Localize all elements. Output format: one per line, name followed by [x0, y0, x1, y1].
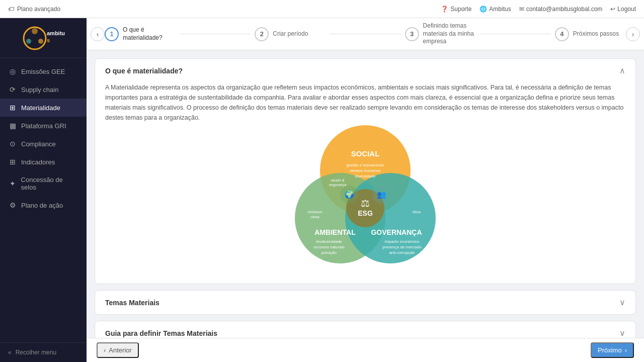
step-circle-2: 2 [255, 27, 269, 41]
temas-materiais-chevron: ∨ [619, 298, 625, 307]
sidebar-label-materialidade: Materialidade [21, 104, 60, 112]
emissoes-icon: ◎ [8, 67, 17, 75]
sidebar-label-compliance: Compliance [21, 140, 56, 148]
svg-text:direitos humanos: direitos humanos [350, 168, 381, 173]
materialidade-body-text: A Materialidade representa os aspectos d… [105, 82, 625, 123]
supply-icon: ⟳ [8, 85, 17, 94]
sidebar-item-compliance[interactable]: ⊙ Compliance [0, 135, 87, 153]
sidebar-item-plataforma[interactable]: ▦ Plataforma GRI [0, 117, 87, 135]
wizard-bar: ‹ 1 O que é materialidade? [87, 18, 644, 50]
logo-svg: ambitu s [21, 24, 66, 52]
guia-card: Guia para definir Temas Materiais ∨ [95, 321, 636, 338]
sidebar-label-plano: Plano de ação [21, 202, 63, 209]
wizard-step-4[interactable]: 4 Próximos passos [555, 27, 626, 41]
svg-text:🌍: 🌍 [345, 190, 354, 199]
svg-text:recursos naturais: recursos naturais [313, 245, 344, 249]
step-circle-4: 4 [555, 27, 569, 41]
step-connector-3 [480, 34, 551, 34]
step-label-1: O que é materialidade? [123, 26, 176, 42]
svg-text:clima: clima [310, 215, 319, 219]
sidebar-item-supply[interactable]: ⟳ Supply chain [0, 80, 87, 99]
sidebar-item-plano[interactable]: ⚙ Plano de ação [0, 196, 87, 214]
bottom-bar: ‹ Anterior Próximo › [87, 338, 644, 362]
guia-header[interactable]: Guia para definir Temas Materiais ∨ [95, 321, 635, 338]
step-connector-2 [330, 34, 400, 34]
sidebar-label-supply: Supply chain [21, 86, 58, 94]
compliance-icon: ⊙ [8, 140, 17, 148]
svg-text:anti-corrupção: anti-corrupção [389, 250, 415, 255]
step-circle-3: 3 [405, 27, 419, 41]
svg-text:presença de mercado: presença de mercado [382, 245, 422, 249]
wizard-step-2[interactable]: 2 Criar período [255, 27, 326, 41]
email-icon: ✉ [519, 6, 524, 13]
svg-text:diversidade: diversidade [355, 174, 376, 178]
venn-diagram-container: SOCIAL gestão e treinamento direitos hum… [105, 123, 625, 274]
step-circle-1: 1 [105, 27, 119, 41]
sidebar-label-emissoes: Emissões GEE [21, 68, 65, 75]
svg-text:ambitu: ambitu [47, 30, 65, 36]
sidebar-item-emissoes[interactable]: ◎ Emissões GEE [0, 62, 87, 80]
collapse-icon: « [8, 349, 12, 356]
plano-icon: ⚙ [8, 201, 17, 209]
ambitus-link[interactable]: 🌐 Ambitus [479, 6, 511, 13]
next-button[interactable]: Próximo › [591, 342, 634, 358]
content-area: ‹ 1 O que é materialidade? [87, 18, 644, 362]
materialidade-card-header[interactable]: O que é materialidade? ∧ [95, 59, 635, 82]
svg-text:gestão e treinamento: gestão e treinamento [346, 163, 384, 167]
svg-text:⚖: ⚖ [361, 198, 370, 209]
wizard-step-1[interactable]: 1 O que é materialidade? [105, 26, 176, 42]
next-label: Próximo [598, 346, 622, 354]
step-connector-1 [180, 34, 251, 34]
materialidade-card: O que é materialidade? ∧ A Materialidade… [95, 58, 636, 284]
guia-title: Guia para definir Temas Materiais [105, 329, 217, 337]
materialidade-icon: ⊞ [8, 104, 17, 112]
plataforma-icon: ▦ [8, 122, 17, 130]
prev-label: Anterior [109, 346, 132, 354]
wizard-next-btn[interactable]: › [626, 27, 640, 41]
svg-text:ESG: ESG [358, 209, 373, 217]
svg-text:GOVERNANÇA: GOVERNANÇA [371, 228, 422, 236]
collapse-menu[interactable]: « Recolher menu [0, 342, 87, 362]
sidebar: ambitu s ◎ Emissões GEE ⟳ Supply chain ⊞… [0, 18, 87, 362]
logout-icon: ↩ [610, 6, 615, 13]
svg-text:AMBIENTAL: AMBIENTAL [314, 228, 356, 236]
step-label-2: Criar período [273, 30, 308, 38]
materialidade-card-title: O que é materialidade? [105, 67, 183, 75]
svg-text:segurança: segurança [329, 183, 347, 187]
indicadores-icon: ⊞ [8, 158, 17, 166]
svg-text:impacto econômico: impacto econômico [385, 239, 420, 244]
sidebar-item-materialidade[interactable]: ⊞ Materialidade [0, 99, 87, 117]
support-icon: ❓ [441, 6, 448, 13]
support-link[interactable]: ❓ Suporte [441, 6, 471, 13]
svg-point-1 [32, 28, 38, 34]
svg-text:saúde &: saúde & [331, 178, 345, 183]
guia-chevron: ∨ [619, 328, 625, 338]
materialidade-chevron-up: ∧ [619, 66, 625, 75]
svg-point-3 [38, 39, 43, 44]
logout-link[interactable]: ↩ Logout [610, 6, 636, 13]
materialidade-card-body: A Materialidade representa os aspectos d… [95, 82, 635, 284]
wizard-step-3[interactable]: 3 Definindo temas materiais da minha emp… [405, 22, 476, 46]
sidebar-label-indicadores: Indicadores [21, 158, 55, 166]
svg-text:resíduos: resíduos [308, 210, 323, 214]
prev-icon: ‹ [104, 346, 106, 354]
wizard-prev-btn[interactable]: ‹ [91, 27, 105, 41]
venn-diagram-svg: SOCIAL gestão e treinamento direitos hum… [285, 125, 446, 271]
wizard-steps: 1 O que é materialidade? 2 Criar período [105, 22, 626, 46]
email-link[interactable]: ✉ contato@ambitusglobal.com [519, 6, 603, 13]
prev-button[interactable]: ‹ Anterior [97, 342, 139, 358]
svg-text:poluição: poluição [321, 250, 337, 255]
step-label-4: Próximos passos [573, 30, 619, 38]
sidebar-item-indicadores[interactable]: ⊞ Indicadores [0, 153, 87, 171]
temas-materiais-header[interactable]: Temas Materiais ∨ [95, 291, 635, 314]
temas-materiais-title: Temas Materiais [105, 299, 159, 307]
topbar-right: ❓ Suporte 🌐 Ambitus ✉ contato@ambitusglo… [441, 6, 636, 13]
temas-materiais-card: Temas Materiais ∨ [95, 290, 636, 315]
svg-text:ética: ética [413, 210, 421, 214]
collapse-label: Recolher menu [16, 349, 56, 356]
nav-items: ◎ Emissões GEE ⟳ Supply chain ⊞ Material… [0, 58, 87, 342]
sidebar-item-concessao[interactable]: ✦ Concessão de selos [0, 171, 87, 196]
main-scroll: O que é materialidade? ∧ A Materialidade… [87, 50, 644, 338]
logo-area: ambitu s [0, 18, 87, 58]
svg-point-2 [26, 39, 31, 44]
